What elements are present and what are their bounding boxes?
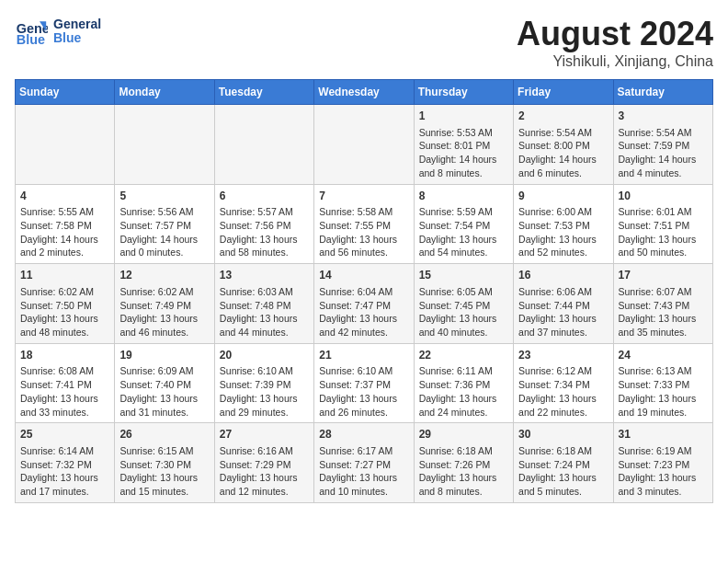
day-content: Sunrise: 6:08 AM	[20, 364, 109, 378]
table-row: 22Sunrise: 6:11 AMSunset: 7:36 PMDayligh…	[414, 343, 513, 423]
day-content: Sunrise: 6:07 AM	[619, 285, 708, 299]
day-content: Sunrise: 5:55 AM	[20, 205, 109, 219]
table-row: 8Sunrise: 5:59 AMSunset: 7:54 PMDaylight…	[414, 184, 513, 264]
day-content: Sunrise: 6:12 AM	[518, 364, 608, 378]
day-content: Daylight: 13 hours and 56 minutes.	[319, 233, 408, 259]
calendar-header-row: Sunday Monday Tuesday Wednesday Thursday…	[16, 80, 713, 105]
day-content: Sunset: 7:56 PM	[220, 219, 309, 233]
table-row: 19Sunrise: 6:09 AMSunset: 7:40 PMDayligh…	[115, 343, 214, 423]
table-row: 11Sunrise: 6:02 AMSunset: 7:50 PMDayligh…	[16, 264, 115, 344]
day-content: Sunrise: 6:02 AM	[119, 285, 209, 299]
table-row: 31Sunrise: 6:19 AMSunset: 7:23 PMDayligh…	[613, 423, 712, 503]
day-content: Sunrise: 5:56 AM	[119, 205, 209, 219]
day-content: Sunrise: 5:59 AM	[419, 205, 508, 219]
day-content: Sunrise: 6:15 AM	[119, 444, 209, 458]
day-content: Sunset: 7:26 PM	[419, 458, 508, 472]
day-number: 26	[119, 427, 209, 442]
day-content: Sunset: 7:33 PM	[619, 378, 708, 392]
day-content: Sunset: 7:59 PM	[619, 139, 708, 153]
table-row: 25Sunrise: 6:14 AMSunset: 7:32 PMDayligh…	[16, 423, 115, 503]
day-content: Sunrise: 5:54 AM	[518, 126, 608, 140]
day-content: Daylight: 13 hours and 42 minutes.	[319, 312, 408, 339]
table-row: 4Sunrise: 5:55 AMSunset: 7:58 PMDaylight…	[16, 184, 115, 264]
calendar-subtitle: Yishikuli, Xinjiang, China	[517, 53, 713, 70]
table-row: 9Sunrise: 6:00 AMSunset: 7:53 PMDaylight…	[514, 184, 613, 264]
day-content: Daylight: 14 hours and 4 minutes.	[619, 153, 708, 179]
col-tuesday: Tuesday	[214, 80, 313, 105]
day-content: Sunset: 7:44 PM	[518, 299, 608, 313]
day-number: 17	[619, 268, 708, 283]
day-content: Sunset: 7:23 PM	[619, 458, 708, 472]
calendar-table: Sunday Monday Tuesday Wednesday Thursday…	[15, 79, 713, 503]
table-row: 7Sunrise: 5:58 AMSunset: 7:55 PMDaylight…	[314, 184, 414, 264]
day-number: 27	[220, 427, 309, 442]
calendar-week-row: 1Sunrise: 5:53 AMSunset: 8:01 PMDaylight…	[16, 105, 713, 185]
day-number: 22	[419, 348, 508, 363]
day-content: Daylight: 14 hours and 8 minutes.	[419, 153, 508, 179]
day-content: Daylight: 13 hours and 29 minutes.	[220, 392, 309, 419]
day-content: Daylight: 13 hours and 5 minutes.	[518, 471, 608, 498]
col-friday: Friday	[514, 80, 613, 105]
calendar-title: August 2024	[517, 15, 713, 53]
day-number: 2	[518, 109, 608, 124]
table-row: 16Sunrise: 6:06 AMSunset: 7:44 PMDayligh…	[514, 264, 613, 344]
day-content: Sunrise: 6:02 AM	[20, 285, 109, 299]
day-content: Daylight: 14 hours and 2 minutes.	[20, 233, 109, 259]
day-content: Sunset: 7:39 PM	[220, 378, 309, 392]
day-content: Sunset: 7:43 PM	[619, 299, 708, 313]
day-content: Sunset: 7:45 PM	[419, 299, 508, 313]
day-content: Sunset: 7:32 PM	[20, 458, 109, 472]
day-content: Daylight: 13 hours and 24 minutes.	[419, 392, 508, 419]
day-number: 16	[518, 268, 608, 283]
day-number: 6	[220, 189, 309, 204]
table-row	[214, 105, 313, 185]
day-content: Sunrise: 5:53 AM	[419, 126, 508, 140]
day-number: 1	[419, 109, 508, 124]
table-row: 21Sunrise: 6:10 AMSunset: 7:37 PMDayligh…	[314, 343, 414, 423]
col-sunday: Sunday	[16, 80, 115, 105]
day-content: Daylight: 13 hours and 58 minutes.	[220, 233, 309, 259]
day-content: Sunset: 8:00 PM	[518, 139, 608, 153]
table-row	[314, 105, 414, 185]
day-content: Daylight: 13 hours and 35 minutes.	[619, 312, 708, 339]
day-content: Sunset: 7:34 PM	[518, 378, 608, 392]
day-content: Daylight: 13 hours and 52 minutes.	[518, 233, 608, 259]
day-content: Sunset: 7:57 PM	[119, 219, 209, 233]
day-number: 18	[20, 348, 109, 363]
day-content: Sunrise: 6:10 AM	[220, 364, 309, 378]
day-content: Daylight: 13 hours and 40 minutes.	[419, 312, 508, 339]
day-content: Sunset: 7:58 PM	[20, 219, 109, 233]
day-content: Sunset: 7:53 PM	[518, 219, 608, 233]
day-number: 23	[518, 348, 608, 363]
col-wednesday: Wednesday	[314, 80, 414, 105]
day-number: 9	[518, 189, 608, 204]
day-content: Daylight: 13 hours and 46 minutes.	[119, 312, 209, 339]
calendar-week-row: 18Sunrise: 6:08 AMSunset: 7:41 PMDayligh…	[16, 343, 713, 423]
day-number: 29	[419, 427, 508, 442]
day-content: Sunset: 7:48 PM	[220, 299, 309, 313]
day-number: 13	[220, 268, 309, 283]
day-content: Sunrise: 5:57 AM	[220, 205, 309, 219]
logo-general-text: General	[53, 17, 101, 31]
table-row: 29Sunrise: 6:18 AMSunset: 7:26 PMDayligh…	[414, 423, 513, 503]
day-content: Sunrise: 6:16 AM	[220, 444, 309, 458]
day-content: Sunset: 7:36 PM	[419, 378, 508, 392]
day-content: Daylight: 13 hours and 22 minutes.	[518, 392, 608, 419]
day-content: Sunrise: 6:05 AM	[419, 285, 508, 299]
day-content: Sunset: 7:40 PM	[119, 378, 209, 392]
table-row: 6Sunrise: 5:57 AMSunset: 7:56 PMDaylight…	[214, 184, 313, 264]
day-content: Daylight: 13 hours and 26 minutes.	[319, 392, 408, 419]
day-content: Sunset: 7:50 PM	[20, 299, 109, 313]
day-content: Daylight: 13 hours and 48 minutes.	[20, 312, 109, 339]
calendar-week-row: 11Sunrise: 6:02 AMSunset: 7:50 PMDayligh…	[16, 264, 713, 344]
day-number: 24	[619, 348, 708, 363]
table-row: 27Sunrise: 6:16 AMSunset: 7:29 PMDayligh…	[214, 423, 313, 503]
day-content: Sunrise: 6:14 AM	[20, 444, 109, 458]
day-content: Sunrise: 6:18 AM	[518, 444, 608, 458]
calendar-week-row: 4Sunrise: 5:55 AMSunset: 7:58 PMDaylight…	[16, 184, 713, 264]
day-content: Sunrise: 6:06 AM	[518, 285, 608, 299]
day-content: Sunrise: 6:09 AM	[119, 364, 209, 378]
day-content: Sunset: 7:27 PM	[319, 458, 408, 472]
day-number: 7	[319, 189, 408, 204]
table-row: 23Sunrise: 6:12 AMSunset: 7:34 PMDayligh…	[514, 343, 613, 423]
